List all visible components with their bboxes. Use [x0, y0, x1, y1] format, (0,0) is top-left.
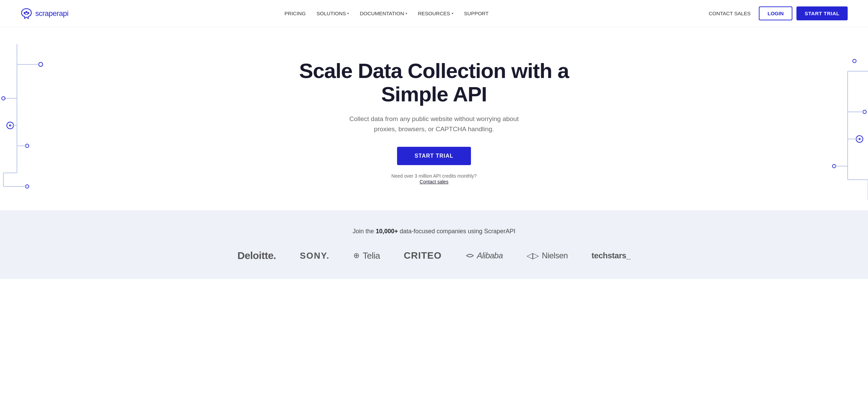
svg-point-4	[39, 62, 43, 66]
svg-point-2	[27, 12, 29, 14]
start-trial-nav-button[interactable]: START TRIAL	[796, 6, 848, 20]
chevron-down-icon: ▾	[406, 12, 407, 15]
nav-support[interactable]: SUPPORT	[460, 8, 493, 19]
logo-criteo: CRITEO	[404, 250, 442, 261]
logo-text: scraperapi	[35, 9, 68, 18]
logo-telia: ⊕Telia	[353, 251, 380, 261]
alibaba-icon	[465, 252, 475, 260]
logo-deloitte: Deloitte.	[237, 250, 276, 261]
logos-row: Deloitte. SONY. ⊕Telia CRITEO Alibaba ◁▷…	[41, 250, 827, 261]
login-button[interactable]: LOGIN	[759, 6, 793, 20]
hero-subtitle: Collect data from any public website wit…	[339, 114, 529, 135]
logo-alibaba: Alibaba	[465, 251, 503, 260]
nav-resources[interactable]: RESOURCES ▾	[414, 8, 457, 19]
hero-contact-sales-link[interactable]: Contact sales	[420, 179, 449, 184]
hero-subtext-block: Need over 3 million API credits monthly?…	[391, 172, 476, 185]
circuit-right-decoration	[793, 44, 868, 207]
nav-links: PRICING SOLUTIONS ▾ DOCUMENTATION ▾ RESO…	[280, 8, 493, 19]
logos-tagline: Join the 10,000+ data-focused companies …	[41, 228, 827, 235]
logos-strip: Join the 10,000+ data-focused companies …	[0, 210, 868, 279]
nav-documentation[interactable]: DOCUMENTATION ▾	[356, 8, 411, 19]
nav-pricing[interactable]: PRICING	[280, 8, 310, 19]
logo-icon	[20, 7, 33, 20]
navbar: scraperapi PRICING SOLUTIONS ▾ DOCUMENTA…	[0, 0, 868, 27]
logo-link[interactable]: scraperapi	[20, 7, 68, 20]
svg-point-1	[25, 11, 27, 13]
logo-nielsen: ◁▷Nielsen	[527, 251, 568, 260]
svg-point-20	[853, 59, 856, 63]
contact-sales-button[interactable]: CONTACT SALES	[705, 8, 755, 19]
nav-solutions[interactable]: SOLUTIONS ▾	[313, 8, 353, 19]
start-trial-hero-button[interactable]: START TRIAL	[397, 147, 471, 165]
navbar-actions: CONTACT SALES LOGIN START TRIAL	[705, 6, 848, 20]
svg-point-0	[24, 12, 25, 14]
hero-section: Scale Data Collection with a Simple API …	[0, 27, 868, 210]
chevron-down-icon: ▾	[452, 12, 453, 15]
logo-techstars: techstars_	[592, 251, 631, 260]
circuit-left-decoration	[0, 44, 75, 207]
hero-title: Scale Data Collection with a Simple API	[281, 59, 587, 105]
chevron-down-icon: ▾	[347, 12, 349, 15]
hero-subtext: Need over 3 million API credits monthly?	[391, 173, 476, 179]
logo-sony: SONY.	[300, 251, 330, 261]
